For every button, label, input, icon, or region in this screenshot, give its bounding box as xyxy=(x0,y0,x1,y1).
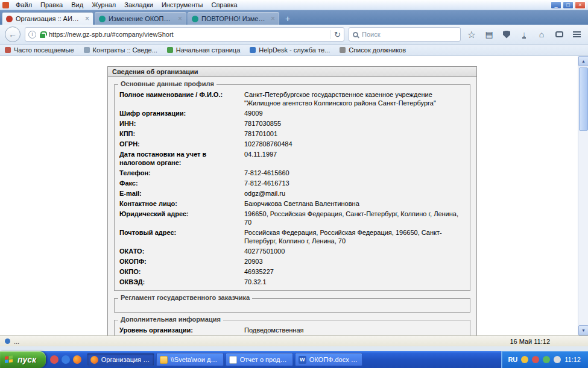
language-indicator[interactable]: RU xyxy=(508,356,517,363)
regulation-fieldset: Регламент государственного заказчика xyxy=(114,298,470,313)
bookmark-item[interactable]: Контракты :: Сведе... xyxy=(84,46,157,54)
status-icon xyxy=(5,338,10,344)
downloads-icon[interactable]: ↓ xyxy=(517,27,531,42)
close-button[interactable]: × xyxy=(575,1,586,9)
tray-network-icon[interactable] xyxy=(543,356,550,363)
field-value: 196650, Российская Федерация, Санкт-Пете… xyxy=(241,210,465,226)
minimize-button[interactable]: _ xyxy=(551,1,561,9)
field-value: Российская Федерация, Российская Федерац… xyxy=(241,228,465,245)
url-input[interactable] xyxy=(49,31,326,38)
tray-volume-icon[interactable] xyxy=(554,356,561,363)
taskbar-item-folder[interactable]: \\Sveta\мои докумен... xyxy=(156,353,224,366)
field-value: 7-812-4615660 xyxy=(241,169,465,177)
search-icon xyxy=(353,32,358,37)
taskbar-item-report[interactable]: Отчет о проделанн... xyxy=(226,353,293,366)
field-value: 7817030855 xyxy=(241,119,465,128)
fieldset-legend: Регламент государственного заказчика xyxy=(118,294,252,301)
address-bar[interactable]: i ↻ xyxy=(25,27,344,42)
scrollbar-thumb[interactable] xyxy=(579,67,588,131)
field-row: КПП: 781701001 xyxy=(119,129,465,139)
back-button[interactable]: ← xyxy=(5,27,21,42)
chat-bubble-icon[interactable] xyxy=(552,27,566,42)
tab-title: ПОВТОРНО! Изменение ОКО... xyxy=(201,15,268,22)
bookmark-icon xyxy=(340,47,346,53)
quicklaunch-firefox-icon[interactable] xyxy=(73,355,81,364)
quicklaunch-browser-icon[interactable] xyxy=(62,355,70,364)
bookmark-icon xyxy=(250,47,256,53)
menu-bookmarks[interactable]: Закладки xyxy=(120,1,157,9)
taskbar-item-label: Отчет о проделанн... xyxy=(240,356,289,363)
field-value: Подведомственная xyxy=(241,326,465,334)
field-row: ОКОПФ: 20903 xyxy=(119,257,465,267)
field-label: ОГРН: xyxy=(119,140,241,148)
tab-close-icon[interactable]: × xyxy=(85,15,89,22)
search-input[interactable] xyxy=(362,31,457,38)
tray-clock: 11:12 xyxy=(564,356,581,363)
tab-organization[interactable]: Организация :: АИС ГЗ × xyxy=(2,12,93,25)
field-value: odgz@mail.ru xyxy=(241,189,465,198)
taskbar-item-label: Организация :: АИС ... xyxy=(101,356,151,363)
field-row: Полное наименование / Ф.И.О.: Санкт-Пете… xyxy=(119,90,465,108)
field-label: ОКОПФ: xyxy=(119,257,241,266)
field-label: Юридический адрес: xyxy=(119,210,241,226)
scroll-up-icon[interactable]: ▲ xyxy=(578,56,588,66)
menu-history[interactable]: Журнал xyxy=(87,1,120,9)
field-label: ОКВЭД: xyxy=(119,278,241,286)
field-row: Шифр организации: 49009 xyxy=(119,108,465,119)
field-label: E-mail: xyxy=(119,189,241,198)
taskbar-item-word[interactable]: W ОКОПФ.docx - Micro... xyxy=(295,353,362,366)
tab-okopf-change[interactable]: Изменение ОКОПФ органи... × xyxy=(95,12,186,25)
menu-edit[interactable]: Правка xyxy=(36,1,67,9)
bookmark-star-icon[interactable]: ☆ xyxy=(465,27,478,42)
search-box[interactable] xyxy=(349,27,461,42)
bookmark-item[interactable]: Часто посещаемые xyxy=(5,46,74,54)
taskbar-item-label: \\Sveta\мои докумен... xyxy=(171,356,220,363)
bookmark-item[interactable]: Список должников xyxy=(340,46,406,54)
reload-icon[interactable]: ↻ xyxy=(330,30,341,39)
menu-view[interactable]: Вид xyxy=(67,1,87,9)
maximize-button[interactable]: □ xyxy=(563,1,574,9)
bookmark-icon xyxy=(167,47,173,53)
field-value: 49009 xyxy=(241,109,465,117)
fieldset-legend: Основные данные профиля xyxy=(118,80,217,87)
field-row: ОКПО: 46935227 xyxy=(119,267,465,277)
site-info-icon[interactable]: i xyxy=(28,31,36,39)
tab-close-icon[interactable]: × xyxy=(178,15,182,22)
field-label: Уровень организации: xyxy=(119,326,241,334)
navigation-bar: ← i ↻ ☆ ▤ ↓ ⌂ xyxy=(0,25,588,45)
bookmark-label: Список должников xyxy=(349,46,406,54)
vertical-scrollbar[interactable]: ▲ ▼ xyxy=(578,56,588,335)
tab-close-icon[interactable]: × xyxy=(271,15,275,22)
field-label: ИНН: xyxy=(119,119,241,128)
desktop-datetime: 16 Май 11:12 xyxy=(510,338,550,345)
hamburger-menu-icon[interactable] xyxy=(570,27,583,42)
tray-update-icon[interactable] xyxy=(521,356,528,363)
tab-okopf-repeat[interactable]: ПОВТОРНО! Изменение ОКО... × xyxy=(188,12,279,25)
bookmarks-menu-icon[interactable]: ▤ xyxy=(482,27,496,42)
menu-file[interactable]: Файл xyxy=(11,1,36,9)
tray-antivirus-icon[interactable] xyxy=(532,356,539,363)
taskbar-item-browser[interactable]: Организация :: АИС ... xyxy=(87,353,154,366)
quicklaunch-media-icon[interactable] xyxy=(50,355,58,364)
status-text: ... xyxy=(14,338,19,345)
field-value: 40277501000 xyxy=(241,247,465,255)
status-bar: ... 16 Май 11:12 xyxy=(0,335,588,346)
home-icon[interactable]: ⌂ xyxy=(535,27,548,42)
menu-bar: Файл Правка Вид Журнал Закладки Инструме… xyxy=(0,0,588,10)
bookmark-label: Начальная страница xyxy=(176,46,240,54)
field-value: 20903 xyxy=(241,257,465,266)
bookmark-item[interactable]: Начальная страница xyxy=(167,46,240,54)
shield-icon[interactable] xyxy=(500,27,513,42)
bookmark-icon xyxy=(84,47,90,53)
bookmark-icon xyxy=(5,47,11,53)
new-tab-button[interactable]: + xyxy=(280,13,295,24)
start-button[interactable]: пуск xyxy=(0,351,46,368)
additional-info-fieldset: Дополнительная информация Уровень органи… xyxy=(114,320,470,335)
word-icon: W xyxy=(299,356,306,364)
field-row: Юридический адрес: 196650, Российская Фе… xyxy=(119,209,465,228)
bookmark-item[interactable]: HelpDesk - служба те... xyxy=(250,46,330,54)
menu-tools[interactable]: Инструменты xyxy=(157,1,207,9)
menu-help[interactable]: Справка xyxy=(207,1,241,9)
bookmark-label: Контракты :: Сведе... xyxy=(93,46,157,54)
scroll-down-icon[interactable]: ▼ xyxy=(578,325,588,335)
